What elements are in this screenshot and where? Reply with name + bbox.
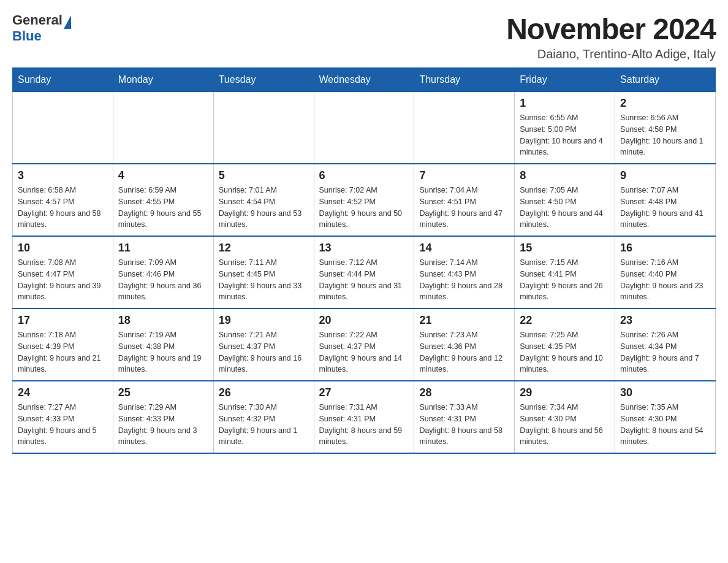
day-info: Sunrise: 7:31 AM Sunset: 4:31 PM Dayligh… xyxy=(319,402,409,448)
calendar-table: SundayMondayTuesdayWednesdayThursdayFrid… xyxy=(12,67,716,454)
day-number: 25 xyxy=(118,386,208,399)
calendar-cell: 10Sunrise: 7:08 AM Sunset: 4:47 PM Dayli… xyxy=(13,236,113,308)
month-title: November 2024 xyxy=(506,12,716,46)
day-number: 9 xyxy=(620,169,710,182)
calendar-cell: 11Sunrise: 7:09 AM Sunset: 4:46 PM Dayli… xyxy=(113,236,213,308)
day-info: Sunrise: 7:18 AM Sunset: 4:39 PM Dayligh… xyxy=(18,329,108,375)
day-info: Sunrise: 6:55 AM Sunset: 5:00 PM Dayligh… xyxy=(520,112,610,158)
calendar-cell: 17Sunrise: 7:18 AM Sunset: 4:39 PM Dayli… xyxy=(13,308,113,381)
day-number: 21 xyxy=(419,314,509,327)
day-number: 15 xyxy=(520,242,610,255)
calendar-cell: 13Sunrise: 7:12 AM Sunset: 4:44 PM Dayli… xyxy=(314,236,414,308)
day-info: Sunrise: 7:15 AM Sunset: 4:41 PM Dayligh… xyxy=(520,257,610,303)
day-number: 28 xyxy=(419,386,509,399)
day-number: 29 xyxy=(520,386,610,399)
day-number: 1 xyxy=(520,97,610,110)
calendar-week-row: 10Sunrise: 7:08 AM Sunset: 4:47 PM Dayli… xyxy=(13,236,716,308)
calendar-week-row: 17Sunrise: 7:18 AM Sunset: 4:39 PM Dayli… xyxy=(13,308,716,381)
day-info: Sunrise: 7:05 AM Sunset: 4:50 PM Dayligh… xyxy=(520,185,610,231)
calendar-week-row: 24Sunrise: 7:27 AM Sunset: 4:33 PM Dayli… xyxy=(13,381,716,453)
day-number: 26 xyxy=(219,386,309,399)
calendar-week-row: 1Sunrise: 6:55 AM Sunset: 5:00 PM Daylig… xyxy=(13,92,716,164)
title-block: November 2024 Daiano, Trentino-Alto Adig… xyxy=(506,12,716,61)
calendar-cell xyxy=(213,92,314,164)
day-info: Sunrise: 7:08 AM Sunset: 4:47 PM Dayligh… xyxy=(18,257,108,303)
day-number: 13 xyxy=(319,242,409,255)
day-number: 18 xyxy=(118,314,208,327)
calendar-cell: 14Sunrise: 7:14 AM Sunset: 4:43 PM Dayli… xyxy=(414,236,515,308)
page-header: General Blue November 2024 Daiano, Trent… xyxy=(12,12,716,61)
day-number: 10 xyxy=(18,242,108,255)
day-info: Sunrise: 7:11 AM Sunset: 4:45 PM Dayligh… xyxy=(219,257,309,303)
day-number: 20 xyxy=(319,314,409,327)
day-info: Sunrise: 7:22 AM Sunset: 4:37 PM Dayligh… xyxy=(319,329,409,375)
day-number: 11 xyxy=(118,242,208,255)
calendar-week-row: 3Sunrise: 6:58 AM Sunset: 4:57 PM Daylig… xyxy=(13,164,716,236)
day-number: 30 xyxy=(620,386,710,399)
day-info: Sunrise: 7:04 AM Sunset: 4:51 PM Dayligh… xyxy=(419,185,509,231)
day-number: 22 xyxy=(520,314,610,327)
day-info: Sunrise: 7:27 AM Sunset: 4:33 PM Dayligh… xyxy=(18,402,108,448)
day-info: Sunrise: 7:07 AM Sunset: 4:48 PM Dayligh… xyxy=(620,185,710,231)
calendar-cell: 7Sunrise: 7:04 AM Sunset: 4:51 PM Daylig… xyxy=(414,164,515,236)
calendar-cell: 23Sunrise: 7:26 AM Sunset: 4:34 PM Dayli… xyxy=(615,308,716,381)
day-info: Sunrise: 7:14 AM Sunset: 4:43 PM Dayligh… xyxy=(419,257,509,303)
calendar-cell: 25Sunrise: 7:29 AM Sunset: 4:33 PM Dayli… xyxy=(113,381,213,453)
day-info: Sunrise: 7:02 AM Sunset: 4:52 PM Dayligh… xyxy=(319,185,409,231)
calendar-cell xyxy=(13,92,113,164)
day-number: 24 xyxy=(18,386,108,399)
weekday-header-monday: Monday xyxy=(113,68,213,92)
calendar-cell: 15Sunrise: 7:15 AM Sunset: 4:41 PM Dayli… xyxy=(515,236,615,308)
day-info: Sunrise: 7:34 AM Sunset: 4:30 PM Dayligh… xyxy=(520,402,610,448)
day-info: Sunrise: 7:30 AM Sunset: 4:32 PM Dayligh… xyxy=(219,402,309,448)
calendar-cell: 24Sunrise: 7:27 AM Sunset: 4:33 PM Dayli… xyxy=(13,381,113,453)
calendar-cell: 18Sunrise: 7:19 AM Sunset: 4:38 PM Dayli… xyxy=(113,308,213,381)
day-info: Sunrise: 7:26 AM Sunset: 4:34 PM Dayligh… xyxy=(620,329,710,375)
weekday-header-friday: Friday xyxy=(515,68,615,92)
calendar-cell: 20Sunrise: 7:22 AM Sunset: 4:37 PM Dayli… xyxy=(314,308,414,381)
calendar-cell: 5Sunrise: 7:01 AM Sunset: 4:54 PM Daylig… xyxy=(213,164,314,236)
logo-blue-text: Blue xyxy=(12,28,42,44)
day-number: 5 xyxy=(219,169,309,182)
weekday-header-tuesday: Tuesday xyxy=(213,68,314,92)
weekday-header-sunday: Sunday xyxy=(13,68,113,92)
day-info: Sunrise: 7:21 AM Sunset: 4:37 PM Dayligh… xyxy=(219,329,309,375)
day-info: Sunrise: 7:01 AM Sunset: 4:54 PM Dayligh… xyxy=(219,185,309,231)
calendar-cell xyxy=(414,92,515,164)
calendar-cell: 26Sunrise: 7:30 AM Sunset: 4:32 PM Dayli… xyxy=(213,381,314,453)
weekday-header-wednesday: Wednesday xyxy=(314,68,414,92)
day-number: 6 xyxy=(319,169,409,182)
day-info: Sunrise: 7:19 AM Sunset: 4:38 PM Dayligh… xyxy=(118,329,208,375)
day-number: 2 xyxy=(620,97,710,110)
day-info: Sunrise: 7:09 AM Sunset: 4:46 PM Dayligh… xyxy=(118,257,208,303)
calendar-cell: 21Sunrise: 7:23 AM Sunset: 4:36 PM Dayli… xyxy=(414,308,515,381)
day-info: Sunrise: 7:12 AM Sunset: 4:44 PM Dayligh… xyxy=(319,257,409,303)
day-number: 4 xyxy=(118,169,208,182)
weekday-header-row: SundayMondayTuesdayWednesdayThursdayFrid… xyxy=(13,68,716,92)
calendar-cell: 3Sunrise: 6:58 AM Sunset: 4:57 PM Daylig… xyxy=(13,164,113,236)
calendar-cell: 22Sunrise: 7:25 AM Sunset: 4:35 PM Dayli… xyxy=(515,308,615,381)
day-number: 23 xyxy=(620,314,710,327)
calendar-cell xyxy=(113,92,213,164)
day-number: 19 xyxy=(219,314,309,327)
day-number: 16 xyxy=(620,242,710,255)
logo-general-text: General xyxy=(12,12,63,28)
day-number: 17 xyxy=(18,314,108,327)
day-number: 14 xyxy=(419,242,509,255)
day-info: Sunrise: 7:29 AM Sunset: 4:33 PM Dayligh… xyxy=(118,402,208,448)
day-info: Sunrise: 7:35 AM Sunset: 4:30 PM Dayligh… xyxy=(620,402,710,448)
calendar-cell xyxy=(314,92,414,164)
calendar-cell: 27Sunrise: 7:31 AM Sunset: 4:31 PM Dayli… xyxy=(314,381,414,453)
day-number: 12 xyxy=(219,242,309,255)
logo-triangle-icon xyxy=(64,15,71,29)
location-text: Daiano, Trentino-Alto Adige, Italy xyxy=(506,47,716,61)
calendar-cell: 2Sunrise: 6:56 AM Sunset: 4:58 PM Daylig… xyxy=(615,92,716,164)
logo: General Blue xyxy=(12,12,71,44)
calendar-cell: 16Sunrise: 7:16 AM Sunset: 4:40 PM Dayli… xyxy=(615,236,716,308)
day-info: Sunrise: 7:16 AM Sunset: 4:40 PM Dayligh… xyxy=(620,257,710,303)
day-info: Sunrise: 7:25 AM Sunset: 4:35 PM Dayligh… xyxy=(520,329,610,375)
day-number: 7 xyxy=(419,169,509,182)
calendar-cell: 6Sunrise: 7:02 AM Sunset: 4:52 PM Daylig… xyxy=(314,164,414,236)
calendar-cell: 28Sunrise: 7:33 AM Sunset: 4:31 PM Dayli… xyxy=(414,381,515,453)
calendar-cell: 4Sunrise: 6:59 AM Sunset: 4:55 PM Daylig… xyxy=(113,164,213,236)
